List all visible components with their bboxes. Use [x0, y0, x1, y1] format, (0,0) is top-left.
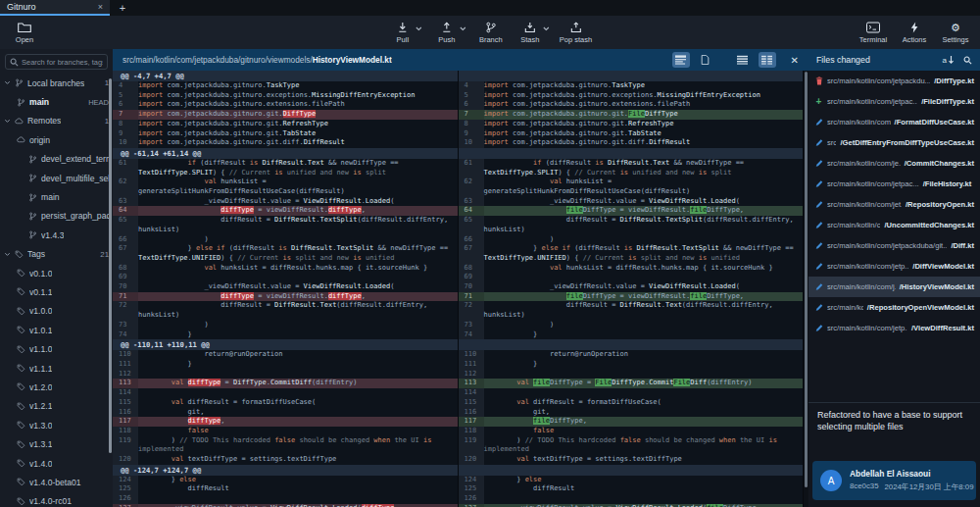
pull-button[interactable]: Pull — [388, 22, 417, 44]
tree-section-tags[interactable]: Tags21 — [0, 245, 113, 264]
line-number: 4 — [113, 81, 138, 91]
push-dropdown-chevron-icon[interactable] — [460, 26, 466, 31]
code-text: diffType = viewDiffResult.diffType, — [138, 206, 458, 216]
pull-dropdown-chevron-icon[interactable] — [416, 26, 422, 31]
push-button[interactable]: Push — [432, 22, 462, 44]
line-number: 62 — [113, 177, 138, 196]
tree-item-v1-3-0[interactable]: v1.3.0 — [0, 416, 113, 434]
line-number: 7 — [113, 110, 138, 120]
file-path-prefix: src/main/kotlin/com/jetpac... — [827, 97, 917, 106]
push-icon — [441, 22, 453, 33]
diff-pane-old: @@ -4,7 +4,7 @@4import com.jetpackduba.g… — [113, 71, 459, 507]
unified-diff-icon[interactable] — [734, 52, 752, 68]
tree-item-v1-0-0[interactable]: v1.0.0 — [0, 302, 113, 321]
author-name: Abdellah El Aissaoui — [850, 469, 968, 479]
diff-line-74: 74 } — [113, 330, 458, 340]
tree-item-v0-1-1[interactable]: v0.1.1 — [0, 282, 113, 301]
pop-stash-button[interactable]: Pop stash — [560, 22, 592, 44]
changed-file-getdiffentryfromdifftypeusecase-kt[interactable]: src/.../GetDiffEntryFromDiffTypeUseCase.… — [808, 132, 980, 153]
line-number: 74 — [113, 330, 138, 340]
left-sidebar: Local branches1mainHEADRemotes1origindev… — [0, 49, 113, 507]
tree-item-v1-4-0[interactable]: v1.4.0 — [0, 454, 113, 473]
diff-line-118: 118 false — [459, 427, 804, 436]
terminal-button[interactable]: Terminal — [858, 22, 888, 44]
split-diff-icon[interactable] — [759, 52, 776, 68]
full-file-view-icon[interactable] — [697, 52, 714, 68]
line-number: 6 — [113, 100, 138, 110]
tree-item-v1-1-1[interactable]: v1.1.1 — [0, 359, 113, 378]
changed-file-commitchanges-kt[interactable]: src/main/kotlin/com/je.../CommitChanges.… — [808, 153, 980, 174]
line-number: 67 — [459, 244, 484, 263]
line-number: 68 — [113, 264, 138, 274]
tree-item-label: Local branches — [27, 78, 84, 88]
stash-button[interactable]: Stash — [515, 22, 545, 44]
sidebar-scrollbar[interactable] — [109, 78, 112, 453]
settings-button[interactable]: ⚙ Settings — [941, 22, 970, 44]
tree-item-v1-1-0[interactable]: v1.1.0 — [0, 339, 113, 358]
tree-section-local-branches[interactable]: Local branches1 — [0, 74, 113, 92]
tree-item-v1-2-0[interactable]: v1.2.0 — [0, 378, 113, 396]
tree-item-persist-graph-paddin[interactable]: persist_graph_paddin — [0, 207, 113, 226]
diff-scrollbar[interactable] — [804, 71, 808, 507]
tab-gitnuro[interactable]: Gitnuro × — [0, 0, 110, 16]
branch-search-box[interactable] — [5, 54, 108, 70]
tree-item-v1-4-0-rc01[interactable]: v1.4.0-rc01 — [0, 492, 113, 507]
diff-line-64: 64 diffType = viewDiffResult.diffType, — [113, 206, 458, 216]
branch-button[interactable]: Branch — [476, 22, 506, 44]
tree-item-v1-3-1[interactable]: v1.3.1 — [0, 434, 113, 453]
actions-button[interactable]: Actions — [900, 22, 929, 44]
tree-item-label: main — [41, 192, 60, 202]
tree-item-origin[interactable]: origin — [0, 130, 113, 149]
file-name: /HistoryViewModel.kt — [900, 282, 974, 291]
tree-item-v1-4-0-beta01[interactable]: v1.4.0-beta01 — [0, 473, 113, 491]
chevron-down-icon — [4, 79, 11, 86]
search-files-icon[interactable] — [963, 56, 972, 65]
line-number: 73 — [459, 321, 484, 330]
changed-file-repositoryopenviewmodel-kt[interactable]: src/main/ko.../RepositoryOpenViewModel.k… — [808, 297, 980, 318]
stash-dropdown-chevron-icon[interactable] — [543, 26, 550, 31]
tree-item-main[interactable]: main — [0, 187, 113, 206]
code-text: import com.jetpackduba.gitnuro.git.FileD… — [484, 110, 804, 120]
lightning-icon — [909, 22, 919, 33]
commit-author-card[interactable]: A Abdellah El Aissaoui 8ce0c35 2024年12月3… — [812, 461, 976, 500]
code-text: import com.jetpackduba.gitnuro.exception… — [138, 91, 458, 101]
changed-file-filehistory-kt[interactable]: src/main/kotlin/com/jetpac.../FileHistor… — [808, 174, 980, 194]
line-number: 8 — [113, 120, 138, 129]
tree-item-v0-1-0[interactable]: v0.1.0 — [0, 264, 113, 282]
tree-item-main[interactable]: mainHEAD — [0, 92, 113, 111]
changed-file-filedifftype-kt[interactable]: +src/main/kotlin/com/jetpac.../FileDiffT… — [808, 91, 980, 112]
tree-section-remotes[interactable]: Remotes1 — [0, 112, 113, 130]
changed-file-uncommittedchanges-kt[interactable]: src/main/kotlin/co.../UncommittedChanges… — [808, 215, 980, 235]
diff-line-71: 71 diffType = viewDiffResult.diffType, — [113, 292, 458, 302]
modified-file-icon — [814, 200, 823, 209]
open-button[interactable]: Open — [10, 22, 39, 44]
changed-file-diff-kt[interactable]: src/main/kotlin/com/jetpackduba/git.../D… — [808, 235, 980, 256]
new-tab-button[interactable]: + — [110, 0, 135, 16]
tree-item-v1-2-1[interactable]: v1.2.1 — [0, 397, 113, 416]
tree-item-devel-multifile-select[interactable]: devel_multifile_select — [0, 169, 113, 187]
tree-item-v1-4-3[interactable]: v1.4.3 — [0, 226, 113, 244]
code-text: val diffResult = formatDiffUseCase( — [484, 398, 804, 408]
line-number: 115 — [113, 398, 138, 408]
tree-item-label: v1.4.3 — [41, 230, 64, 240]
search-input[interactable] — [22, 58, 103, 67]
tree-item-v1-0-1[interactable]: v1.0.1 — [0, 321, 113, 339]
code-text: _viewDiffResult.value = ViewDiffResult.L… — [138, 197, 458, 207]
changed-file-historyviewmodel-kt[interactable]: src/main/kotlin/com/j.../HistoryViewMode… — [808, 277, 980, 297]
diff-line-62: 62 val hunksList = generateSplitHunkFrom… — [459, 177, 804, 196]
sort-files-icon[interactable]: a — [943, 56, 956, 65]
close-diff-icon[interactable]: ✕ — [791, 55, 799, 66]
tab-label: Gitnuro — [7, 2, 92, 12]
diff-line-66: 66 ) — [459, 235, 804, 245]
changed-file-formatdiffusecase-kt[interactable]: src/main/kotlin/com.../FormatDiffUseCase… — [808, 112, 980, 132]
line-number: 111 — [113, 360, 138, 370]
hunk-view-icon[interactable] — [672, 52, 690, 68]
line-number: 71 — [459, 292, 484, 302]
changed-file-viewdiffresult-kt[interactable]: src/main/kotlin/com/jetp.../ViewDiffResu… — [808, 318, 980, 338]
code-text: val hunksList = diffResult.hunks.map { i… — [138, 264, 458, 274]
changed-file-difftype-kt[interactable]: src/main/kotlin/com/jetpackdu.../DiffTyp… — [808, 71, 980, 91]
changed-file-diffviewmodel-kt[interactable]: src/main/kotlin/com/jetp.../DiffViewMode… — [808, 256, 980, 277]
tree-item-devel-extend-termina[interactable]: devel_extend_termina — [0, 150, 113, 169]
tab-close-icon[interactable]: × — [98, 2, 103, 12]
changed-file-repositoryopen-kt[interactable]: src/main/kotlin/com/jet.../RepositoryOpe… — [808, 194, 980, 215]
